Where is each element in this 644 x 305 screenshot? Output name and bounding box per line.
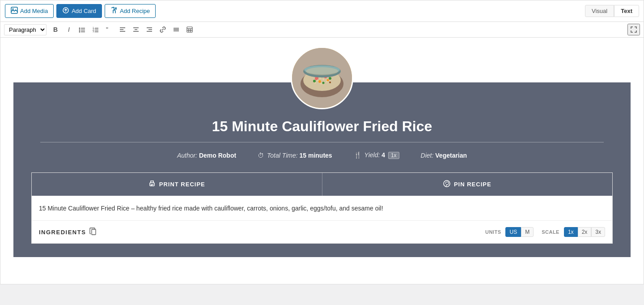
pin-recipe-button[interactable]: PIN RECIPE xyxy=(322,173,613,196)
recipe-description: 15 Minute Cauliflower Fried Rice – healt… xyxy=(32,196,612,220)
scale-toggle: 1x 2x 3x xyxy=(564,227,605,237)
units-label: UNITS xyxy=(485,229,501,235)
editor-content: 15 Minute Cauliflower Fried Rice Author:… xyxy=(0,38,644,284)
description-text: 15 Minute Cauliflower Fried Rice – healt… xyxy=(39,205,383,212)
unit-us-button[interactable]: US xyxy=(505,227,521,237)
recipe-meta: Author: Demo Robot ⏱ Total Time: 15 minu… xyxy=(27,151,617,159)
diet-value: Vegetarian xyxy=(435,152,467,159)
fullscreen-button[interactable] xyxy=(627,24,640,35)
add-media-icon xyxy=(11,7,18,15)
author-value: Demo Robot xyxy=(199,152,236,159)
text-view-button[interactable]: Text xyxy=(614,5,639,17)
add-recipe-icon xyxy=(110,7,118,15)
ingredients-section: INGREDIENTS UNITS xyxy=(32,220,612,243)
unit-m-button[interactable]: M xyxy=(521,227,534,237)
diet-meta: Diet: Vegetarian xyxy=(421,152,467,159)
fork-icon: 🍴 xyxy=(354,151,361,159)
editor-wrapper: Add Media Add Card xyxy=(0,0,644,284)
align-left-button[interactable] xyxy=(116,24,129,35)
add-media-label: Add Media xyxy=(20,8,48,14)
total-time-value: 15 minutes xyxy=(300,152,332,159)
format-toolbar: Paragraph B I 1.2.3. " xyxy=(0,22,644,38)
svg-point-49 xyxy=(326,81,328,82)
recipe-image-wrapper xyxy=(291,47,353,109)
blockquote-button[interactable]: " xyxy=(103,24,115,35)
view-toggle: Visual Text xyxy=(585,5,639,17)
svg-point-5 xyxy=(79,30,80,31)
add-card-icon xyxy=(62,7,69,15)
add-card-button[interactable]: Add Card xyxy=(56,4,102,18)
svg-point-45 xyxy=(329,82,331,83)
svg-point-46 xyxy=(317,80,318,81)
yield-value: 4 xyxy=(381,151,385,159)
svg-point-40 xyxy=(313,80,316,82)
ingredients-label: INGREDIENTS xyxy=(39,229,86,236)
print-icon xyxy=(148,180,156,189)
visual-view-button[interactable]: Visual xyxy=(585,5,614,17)
svg-point-42 xyxy=(329,77,331,80)
diet-label: Diet: xyxy=(421,152,434,159)
print-recipe-button[interactable]: PRINT RECIPE xyxy=(32,173,322,196)
author-meta: Author: Demo Robot xyxy=(177,152,236,159)
yield-meta: 🍴 Yield: 4 1x xyxy=(354,151,399,159)
horizontal-rule-button[interactable] xyxy=(170,24,182,35)
recipe-image-circle xyxy=(291,47,353,109)
recipe-title: 15 Minute Cauliflower Fried Rice xyxy=(27,118,617,135)
svg-rect-59 xyxy=(92,229,96,235)
unordered-list-button[interactable] xyxy=(76,24,89,35)
scale-3x-button[interactable]: 3x xyxy=(591,227,605,237)
svg-point-48 xyxy=(323,79,324,80)
total-time-meta: ⏱ Total Time: 15 minutes xyxy=(258,152,332,159)
align-center-button[interactable] xyxy=(130,24,142,35)
author-label: Author: xyxy=(177,152,197,159)
copy-icon[interactable] xyxy=(89,228,97,237)
recipe-card-outer: 15 Minute Cauliflower Fried Rice Author:… xyxy=(0,47,644,266)
ingredients-controls: UNITS US M SCALE 1x 2x 3x xyxy=(485,227,605,237)
svg-point-54 xyxy=(306,67,338,75)
bold-button[interactable]: B xyxy=(49,24,62,35)
scale-label: SCALE xyxy=(542,229,559,235)
svg-text:3.: 3. xyxy=(93,30,95,33)
yield-label: Yield: xyxy=(364,151,380,159)
svg-point-41 xyxy=(322,82,325,84)
toolbar-top: Add Media Add Card xyxy=(0,0,644,22)
pin-recipe-label: PIN RECIPE xyxy=(454,181,491,188)
print-recipe-label: PRINT RECIPE xyxy=(159,181,205,188)
toolbar-left: Add Media Add Card xyxy=(5,4,156,18)
ingredients-title: INGREDIENTS xyxy=(39,228,97,237)
units-toggle: US M xyxy=(505,227,534,237)
svg-text:": " xyxy=(106,26,108,33)
recipe-divider xyxy=(40,142,604,142)
svg-point-51 xyxy=(315,82,316,84)
pinterest-icon xyxy=(443,180,450,189)
ordered-list-button[interactable]: 1.2.3. xyxy=(89,24,102,35)
svg-point-50 xyxy=(321,83,322,85)
svg-point-7 xyxy=(79,31,80,33)
svg-point-3 xyxy=(79,28,80,29)
svg-point-58 xyxy=(444,180,450,187)
add-recipe-label: Add Recipe xyxy=(120,8,150,14)
total-time-label: Total Time: xyxy=(267,152,298,159)
table-button[interactable] xyxy=(183,24,196,35)
svg-point-38 xyxy=(318,80,321,83)
svg-rect-28 xyxy=(187,27,192,32)
scale-1x-button[interactable]: 1x xyxy=(564,227,578,237)
scale-2x-button[interactable]: 2x xyxy=(578,227,592,237)
add-card-label: Add Card xyxy=(72,8,96,14)
clock-icon: ⏱ xyxy=(258,152,264,159)
align-right-button[interactable] xyxy=(143,24,156,35)
italic-button[interactable]: I xyxy=(63,24,75,35)
ingredients-header: INGREDIENTS UNITS xyxy=(39,227,605,237)
add-media-button[interactable]: Add Media xyxy=(5,4,54,18)
paragraph-select[interactable]: Paragraph xyxy=(4,24,47,35)
link-button[interactable] xyxy=(157,24,169,35)
yield-unit-badge[interactable]: 1x xyxy=(388,152,399,159)
recipe-buttons-section: PRINT RECIPE PIN RECIPE xyxy=(31,172,613,244)
add-recipe-button[interactable]: Add Recipe xyxy=(105,4,156,18)
recipe-buttons: PRINT RECIPE PIN RECIPE xyxy=(32,173,612,196)
